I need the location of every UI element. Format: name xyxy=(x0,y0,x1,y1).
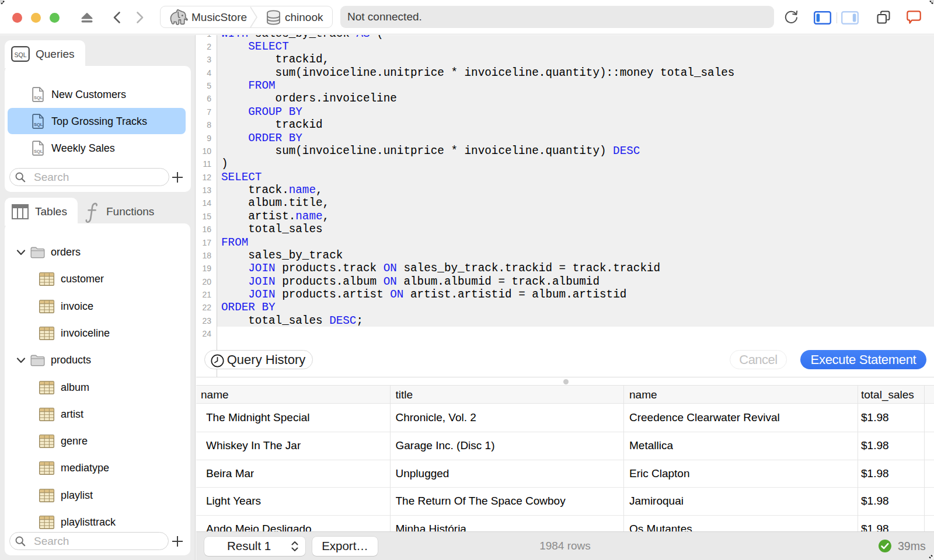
svg-text:SQL: SQL xyxy=(34,95,43,100)
svg-text:SQL: SQL xyxy=(34,149,43,154)
svg-text:SQL: SQL xyxy=(34,122,43,127)
svg-text:SQL: SQL xyxy=(14,51,26,58)
